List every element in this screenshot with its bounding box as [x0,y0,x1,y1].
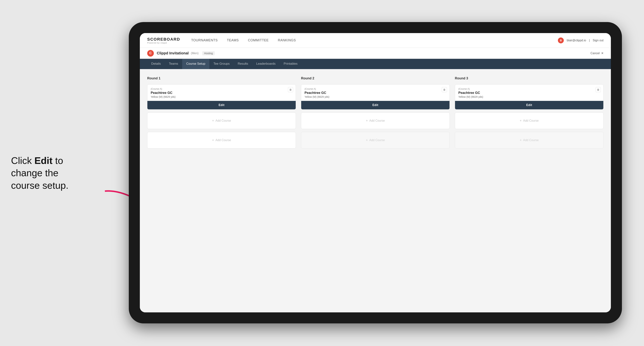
nav-right: B blair@clippd.io | Sign out [558,37,604,43]
round-3-course-details: Yellow (M) (6629 yds) [458,95,600,98]
round-1-column: Round 1 (Course A) Peachtree GC Yellow (… [147,76,296,149]
nav-teams[interactable]: TEAMS [227,38,239,42]
round-3-edit-button[interactable]: Edit [455,101,603,109]
round-1-title: Round 1 [147,76,296,80]
round-2-add-course-1[interactable]: + Add Course [301,112,450,129]
rounds-container: Round 1 (Course A) Peachtree GC Yellow (… [147,76,604,149]
round-3-title: Round 3 [455,76,604,80]
round-2-add-course-1-plus-icon: + [366,119,368,123]
user-avatar: B [558,37,564,43]
round-2-add-course-2-label: Add Course [369,139,385,142]
round-2-course-inner: (Course A) Peachtree GC Yellow (M) (6629… [301,85,450,98]
round-2-course-card: (Course A) Peachtree GC Yellow (M) (6629… [301,84,450,110]
round-1-edit-button[interactable]: Edit [148,101,296,109]
tab-tee-groups[interactable]: Tee Groups [210,59,234,69]
instruction-text: Click Edit tochange thecourse setup. [11,154,68,192]
round-1-course-name: Peachtree GC [151,91,292,95]
tournament-name: Clippd Invitational [157,51,188,55]
round-1-delete-icon[interactable]: 🗑 [288,87,293,92]
round-3-course-card: (Course A) Peachtree GC Yellow (M) (6629… [455,84,604,110]
round-2-course-label: (Course A) [304,87,446,90]
round-3-add-course-2-plus-icon: + [520,138,522,142]
sign-out-link[interactable]: Sign out [593,39,604,42]
round-1-add-course-1-plus-icon: + [212,119,214,123]
round-3-course-name: Peachtree GC [458,91,600,95]
round-1-add-course-2-plus-icon: + [212,138,214,142]
round-1-add-course-2[interactable]: + Add Course [147,132,296,149]
nav-divider: | [589,39,590,42]
scoreboard-logo: SCOREBOARD [147,37,180,42]
round-2-add-course-2: + Add Course [301,132,450,149]
round-3-add-course-1-plus-icon: + [520,119,522,123]
round-2-add-course-1-label: Add Course [369,119,385,122]
round-1-add-course-2-label: Add Course [216,139,231,142]
tournament-gender: (Men) [191,52,198,55]
top-navigation: SCOREBOARD Powered by clippd TOURNAMENTS… [140,33,611,48]
instruction-bold: Edit [34,155,52,166]
round-2-edit-button[interactable]: Edit [301,101,450,109]
round-1-add-course-1[interactable]: + Add Course [147,112,296,129]
nav-links: TOURNAMENTS TEAMS COMMITTEE RANKINGS [191,38,558,42]
round-1-course-inner: (Course A) Peachtree GC Yellow (M) (6629… [148,85,296,98]
tab-leaderboards[interactable]: Leaderboards [252,59,280,69]
round-3-add-course-2: + Add Course [455,132,604,149]
tournament-logo-icon: C [147,50,154,57]
tab-teams[interactable]: Teams [165,59,182,69]
round-3-column: Round 3 (Course A) Peachtree GC Yellow (… [455,76,604,149]
round-3-add-course-1[interactable]: + Add Course [455,112,604,129]
instruction-line1: Click Edit tochange thecourse setup. [11,155,68,190]
round-3-add-course-2-label: Add Course [523,139,539,142]
nav-committee[interactable]: COMMITTEE [248,38,269,42]
tablet-device: SCOREBOARD Powered by clippd TOURNAMENTS… [129,22,622,323]
tab-results[interactable]: Results [234,59,252,69]
logo-subtitle: Powered by clippd [147,42,180,44]
round-2-column: Round 2 (Course A) Peachtree GC Yellow (… [301,76,450,149]
round-2-add-course-2-plus-icon: + [366,138,368,142]
round-2-delete-icon[interactable]: 🗑 [442,87,447,92]
round-1-course-label: (Course A) [151,87,292,90]
tournament-bar: C Clippd Invitational (Men) Hosting Canc… [140,48,611,59]
cancel-x-icon: ✕ [601,51,604,55]
tabs-bar: Details Teams Course Setup Tee Groups Re… [140,59,611,69]
round-3-add-course-1-label: Add Course [523,119,539,122]
round-2-course-details: Yellow (M) (6629 yds) [304,95,446,98]
hosting-badge: Hosting [202,51,214,55]
logo-area: SCOREBOARD Powered by clippd [147,37,180,44]
round-2-title: Round 2 [301,76,450,80]
tab-course-setup[interactable]: Course Setup [182,59,210,69]
round-3-delete-icon[interactable]: 🗑 [596,87,601,92]
round-1-add-course-1-label: Add Course [216,119,231,122]
round-3-course-inner: (Course A) Peachtree GC Yellow (M) (6629… [455,85,603,98]
tab-details[interactable]: Details [147,59,165,69]
round-1-course-details: Yellow (M) (6629 yds) [151,95,292,98]
tablet-screen: SCOREBOARD Powered by clippd TOURNAMENTS… [140,33,611,312]
round-1-course-card: (Course A) Peachtree GC Yellow (M) (6629… [147,84,296,110]
cancel-button[interactable]: Cancel ✕ [590,51,604,55]
user-email: blair@clippd.io [567,39,586,42]
main-content: Round 1 (Course A) Peachtree GC Yellow (… [140,69,611,312]
nav-rankings[interactable]: RANKINGS [278,38,296,42]
round-2-course-name: Peachtree GC [304,91,446,95]
round-3-course-label: (Course A) [458,87,600,90]
nav-tournaments[interactable]: TOURNAMENTS [191,38,218,42]
tab-printables[interactable]: Printables [280,59,302,69]
